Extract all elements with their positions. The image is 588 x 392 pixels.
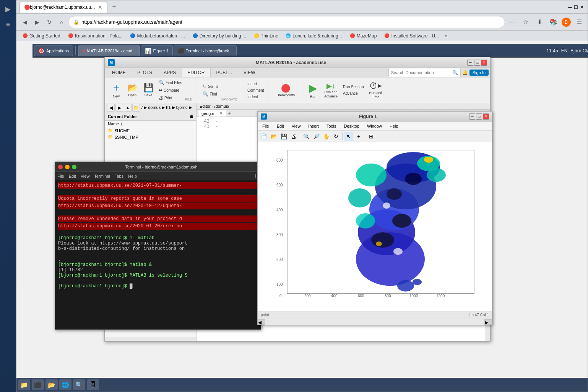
terminal-menu-view[interactable]: View bbox=[81, 174, 90, 178]
taskbar-matlab[interactable]: ● MATLAB R2019a - acad... bbox=[78, 45, 140, 56]
taskbar-files-btn[interactable]: 📂 bbox=[45, 379, 58, 390]
win-maximize[interactable]: ☐ bbox=[574, 5, 578, 9]
bookmark-medarbetarportalen[interactable]: 🔵 Medarbetarportalen - ... bbox=[127, 32, 188, 39]
path-up-btn[interactable]: ▲ bbox=[124, 104, 132, 112]
editor-tab-close[interactable]: ✕ bbox=[219, 111, 223, 116]
run-time-button[interactable]: ⏱▶ Run andTime bbox=[366, 80, 385, 100]
fig-new-btn[interactable]: 📄 bbox=[259, 132, 268, 141]
run-section-button[interactable]: Run Section bbox=[341, 84, 365, 90]
home-button[interactable]: ⌂ bbox=[56, 17, 67, 28]
hscroll-left[interactable]: ◀ bbox=[258, 319, 265, 325]
compare-button[interactable]: ⬌ Compare bbox=[157, 87, 184, 94]
win-minimize[interactable]: — bbox=[568, 5, 572, 9]
ribbon-tab-view[interactable]: VIEW bbox=[238, 68, 261, 77]
bookmark-lunch[interactable]: 🌐 Lunch, kafé & catering... bbox=[283, 32, 345, 39]
taskbar-search-btn[interactable]: 🔍 bbox=[73, 379, 85, 390]
terminal-close-btn[interactable] bbox=[58, 165, 63, 169]
collections-button[interactable]: 📚 bbox=[548, 17, 559, 28]
save-button[interactable]: 💾 Save bbox=[141, 82, 156, 99]
sidebar-menu-icon[interactable]: ≡ bbox=[2, 18, 14, 31]
open-button[interactable]: 📂 Open bbox=[125, 82, 140, 99]
win-close[interactable]: ✕ bbox=[580, 5, 585, 9]
file-item-snic[interactable]: 📁 $SNIC_TMP bbox=[105, 134, 196, 140]
find-files-button[interactable]: 🔍 Find Files bbox=[157, 79, 184, 86]
taskbar-terminal[interactable]: ⬛ Terminal - bjornc@rack... bbox=[174, 45, 237, 56]
run-advance-button[interactable]: ▶↓ Run andAdvance bbox=[322, 81, 340, 100]
indent-button[interactable]: Indent bbox=[245, 94, 266, 100]
bookmark-getting-started[interactable]: 🔴 Getting Started bbox=[19, 32, 63, 39]
ribbon-tab-editor[interactable]: EDITOR bbox=[182, 68, 210, 77]
figure-menu-window[interactable]: Window bbox=[364, 123, 385, 129]
figure-menu-file[interactable]: File bbox=[259, 123, 272, 129]
bookmark-button[interactable]: ☆ bbox=[520, 17, 531, 28]
folder-scrollbar[interactable] bbox=[105, 337, 196, 341]
path-forward-btn[interactable]: ▶ bbox=[115, 104, 123, 112]
taskbar-network-btn[interactable]: 🌐 bbox=[59, 379, 71, 390]
fig-open-btn[interactable]: 📂 bbox=[269, 132, 278, 141]
figure-close-btn[interactable]: ✕ bbox=[483, 113, 489, 120]
new-tab-button[interactable]: + bbox=[109, 2, 119, 13]
hscroll-right[interactable]: ▶ bbox=[484, 319, 492, 325]
terminal-maximize-btn[interactable] bbox=[72, 165, 76, 169]
advance-button[interactable]: Advance bbox=[341, 91, 365, 96]
address-bar[interactable]: 🔒 bbox=[68, 16, 505, 28]
figure-menu-desktop[interactable]: Desktop bbox=[341, 123, 362, 129]
figure-restore-btn[interactable]: ▭ bbox=[476, 113, 482, 120]
taskbar-file-manager[interactable]: 📁 bbox=[18, 379, 30, 390]
bookmark-thinlinc[interactable]: 🟡 ThinLinc bbox=[251, 32, 281, 39]
ribbon-tab-publish[interactable]: PUBL... bbox=[211, 68, 238, 77]
sign-in-button[interactable]: Sign In bbox=[469, 70, 489, 76]
figure-menu-insert[interactable]: Insert bbox=[305, 123, 322, 129]
bookmark-mazemap[interactable]: 🔴 MazeMap bbox=[347, 32, 380, 39]
ribbon-tab-apps[interactable]: APPS bbox=[158, 68, 182, 77]
print-button[interactable]: 🖨 Print bbox=[157, 94, 184, 101]
matlab-close-btn[interactable]: ✕ bbox=[481, 60, 487, 66]
brave-button[interactable]: B bbox=[562, 18, 571, 27]
extensions-button[interactable]: ⋯ bbox=[507, 17, 517, 28]
back-button[interactable]: ◀ bbox=[19, 17, 30, 28]
search-doc-input[interactable] bbox=[391, 70, 452, 75]
figure-minimize-btn[interactable]: ─ bbox=[469, 113, 475, 120]
file-item-home[interactable]: 📁 $HOME bbox=[105, 127, 196, 134]
taskbar-folder-btn[interactable]: 🗄 bbox=[87, 379, 99, 390]
matlab-minimize-btn[interactable]: ─ bbox=[467, 60, 473, 66]
new-editor-tab-btn[interactable]: + bbox=[228, 110, 231, 116]
browser-tab-active[interactable]: bjornc@rackham1.uppmax.uu... ✕ bbox=[19, 1, 107, 13]
taskbar-applications[interactable]: 🎯 Applications bbox=[34, 45, 73, 56]
fig-save-btn[interactable]: 💾 bbox=[279, 132, 288, 141]
fig-rotate-btn[interactable]: ↻ bbox=[331, 132, 341, 141]
terminal-menu-tabs[interactable]: Tabs bbox=[115, 174, 123, 178]
download-button[interactable]: ⬇ bbox=[534, 17, 545, 28]
path-back-btn[interactable]: ◀ bbox=[107, 104, 115, 112]
fig-print-btn[interactable]: 🖨 bbox=[289, 132, 298, 141]
fig-zoom-out-btn[interactable]: 🔎 bbox=[312, 132, 321, 141]
bookmark-krisinformation[interactable]: 🔴 Krisinformation - Pola... bbox=[65, 32, 126, 39]
ribbon-tab-home[interactable]: HOME bbox=[106, 68, 132, 77]
figure-menu-tools[interactable]: Tools bbox=[323, 123, 339, 129]
folder-name-header[interactable]: Name ↑ bbox=[108, 121, 122, 126]
figure-menu-edit[interactable]: Edit bbox=[274, 123, 287, 129]
terminal-content[interactable]: http://status.uppmax.uu.se/2021-07-01/su… bbox=[55, 180, 261, 329]
new-button[interactable]: + New bbox=[109, 81, 124, 100]
menu-button[interactable]: ☰ bbox=[574, 17, 585, 28]
comment-button[interactable]: Comment bbox=[245, 87, 266, 93]
ribbon-tab-plots[interactable]: PLOTS bbox=[132, 68, 158, 77]
url-input[interactable] bbox=[81, 19, 500, 25]
terminal-menu-help[interactable]: Help bbox=[128, 174, 137, 178]
terminal-menu-terminal[interactable]: Terminal bbox=[94, 174, 110, 178]
terminal-minimize-btn[interactable] bbox=[65, 165, 70, 169]
terminal-menu-file[interactable]: File bbox=[57, 174, 64, 178]
refresh-button[interactable]: ↻ bbox=[44, 17, 55, 28]
search-documentation[interactable]: 🔍 bbox=[388, 68, 461, 77]
figure-hscrollbar[interactable]: ◀ ▶ bbox=[258, 319, 492, 325]
taskbar-figure[interactable]: 📊 Figure 1 bbox=[141, 45, 172, 56]
figure-menu-view[interactable]: View bbox=[289, 123, 304, 129]
path-browse-btn[interactable]: 📁 bbox=[132, 104, 140, 112]
taskbar-terminal-btn[interactable]: ⬛ bbox=[32, 379, 44, 390]
bookmark-installed-software[interactable]: 🔴 Installed Software - U... bbox=[381, 32, 442, 39]
figure-menu-help[interactable]: Help bbox=[387, 123, 401, 129]
terminal-menu-edit[interactable]: Edit bbox=[69, 174, 76, 178]
forward-button[interactable]: ▶ bbox=[32, 17, 42, 28]
tab-close-button[interactable]: ✕ bbox=[98, 4, 102, 10]
bookmark-directory[interactable]: 🔵 Directory by building ... bbox=[190, 32, 249, 39]
